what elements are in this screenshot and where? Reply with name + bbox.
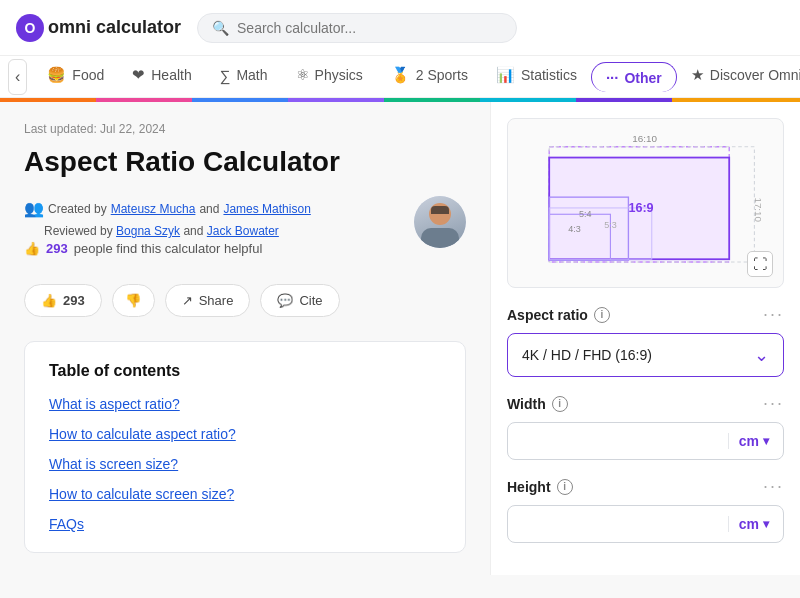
toc-item-0[interactable]: What is aspect ratio? bbox=[49, 396, 441, 412]
tab-physics[interactable]: ⚛ Physics bbox=[282, 56, 377, 97]
like-icon: 👍 bbox=[41, 293, 57, 308]
svg-text:16:10: 16:10 bbox=[632, 135, 657, 144]
math-icon: ∑ bbox=[220, 67, 231, 84]
main-content: Last updated: Jul 22, 2024 Aspect Ratio … bbox=[0, 102, 800, 575]
height-label: Height i bbox=[507, 479, 573, 495]
width-field: Width i ··· cm ▾ bbox=[507, 393, 784, 460]
aspect-ratio-select[interactable]: 4K / HD / FHD (16:9) ⌄ bbox=[507, 333, 784, 377]
and2: and bbox=[183, 224, 203, 238]
tab-food[interactable]: 🍔 Food bbox=[33, 56, 118, 97]
height-unit-label: cm bbox=[739, 516, 759, 532]
sports-icon: 🏅 bbox=[391, 66, 410, 84]
author2-link[interactable]: James Mathison bbox=[223, 200, 310, 219]
logo-icon: O bbox=[16, 14, 44, 42]
width-unit-select[interactable]: cm ▾ bbox=[728, 433, 769, 449]
tab-discover-label: Discover Omni bbox=[710, 67, 800, 83]
helpful-text: people find this calculator helpful bbox=[74, 241, 263, 256]
tab-health-label: Health bbox=[151, 67, 191, 83]
food-icon: 🍔 bbox=[47, 66, 66, 84]
authors-icon: 👥 bbox=[24, 196, 44, 222]
height-unit-select[interactable]: cm ▾ bbox=[728, 516, 769, 532]
tab-food-label: Food bbox=[72, 67, 104, 83]
height-unit-arrow: ▾ bbox=[763, 517, 769, 531]
share-button[interactable]: ↗ Share bbox=[165, 284, 251, 317]
svg-text:5:3: 5:3 bbox=[604, 220, 617, 230]
toc-item-3[interactable]: How to calculate screen size? bbox=[49, 486, 441, 502]
helpful-count: 293 bbox=[46, 241, 68, 256]
and1: and bbox=[199, 200, 219, 219]
width-more[interactable]: ··· bbox=[763, 393, 784, 414]
thumbsup-icon: 👍 bbox=[24, 241, 40, 256]
author1-link[interactable]: Mateusz Mucha bbox=[111, 200, 196, 219]
tab-discover[interactable]: ★ Discover Omni bbox=[677, 56, 800, 97]
logo-text: omni calculator bbox=[48, 17, 181, 38]
height-more[interactable]: ··· bbox=[763, 476, 784, 497]
header: O omni calculator 🔍 bbox=[0, 0, 800, 56]
svg-text:4:3: 4:3 bbox=[568, 224, 581, 234]
avatar bbox=[414, 196, 466, 248]
last-updated: Last updated: Jul 22, 2024 bbox=[24, 122, 466, 136]
other-icon: ··· bbox=[606, 69, 619, 86]
aspect-ratio-label: Aspect ratio i bbox=[507, 307, 610, 323]
svg-text:16:9: 16:9 bbox=[628, 201, 653, 215]
aspect-ratio-value: 4K / HD / FHD (16:9) bbox=[522, 347, 652, 363]
tab-math[interactable]: ∑ Math bbox=[206, 57, 282, 97]
nav-back-button[interactable]: ‹ bbox=[8, 59, 27, 95]
toc-title: Table of contents bbox=[49, 362, 441, 380]
cite-icon: 💬 bbox=[277, 293, 293, 308]
tab-sports[interactable]: 🏅 2 Sports bbox=[377, 56, 482, 97]
created-by-label: Created by bbox=[48, 200, 107, 219]
search-input[interactable] bbox=[237, 20, 502, 36]
svg-text:5:4: 5:4 bbox=[579, 209, 592, 219]
select-arrow-icon: ⌄ bbox=[754, 344, 769, 366]
health-icon: ❤ bbox=[132, 66, 145, 84]
height-header: Height i ··· bbox=[507, 476, 784, 497]
toc-item-4[interactable]: FAQs bbox=[49, 516, 441, 532]
fullscreen-button[interactable]: ⛶ bbox=[747, 251, 773, 277]
like-button[interactable]: 👍 293 bbox=[24, 284, 102, 317]
tab-other[interactable]: ··· Other bbox=[591, 62, 677, 92]
statistics-icon: 📊 bbox=[496, 66, 515, 84]
author4-link[interactable]: Jack Bowater bbox=[207, 224, 279, 238]
height-info-icon[interactable]: i bbox=[557, 479, 573, 495]
physics-icon: ⚛ bbox=[296, 66, 309, 84]
height-input-row: cm ▾ bbox=[507, 505, 784, 543]
tab-physics-label: Physics bbox=[315, 67, 363, 83]
toc-item-1[interactable]: How to calculate aspect ratio? bbox=[49, 426, 441, 442]
tab-other-label: Other bbox=[624, 70, 661, 86]
dislike-button[interactable]: 👎 bbox=[112, 284, 155, 317]
search-bar[interactable]: 🔍 bbox=[197, 13, 517, 43]
right-panel: 16:10 17:10 16:9 5:4 4:3 5:3 ⛶ Aspect ra… bbox=[490, 102, 800, 575]
width-unit-arrow: ▾ bbox=[763, 434, 769, 448]
ratio-svg: 16:10 17:10 16:9 5:4 4:3 5:3 bbox=[524, 135, 767, 271]
action-buttons: 👍 293 👎 ↗ Share 💬 Cite bbox=[24, 284, 466, 317]
author3-link[interactable]: Bogna Szyk bbox=[116, 224, 180, 238]
tab-health[interactable]: ❤ Health bbox=[118, 56, 205, 97]
tab-sports-label: 2 Sports bbox=[416, 67, 468, 83]
tab-math-label: Math bbox=[236, 67, 267, 83]
dislike-icon: 👎 bbox=[125, 293, 142, 308]
left-content: Last updated: Jul 22, 2024 Aspect Ratio … bbox=[0, 102, 490, 575]
tab-statistics-label: Statistics bbox=[521, 67, 577, 83]
helpful-row: 👍 293 people find this calculator helpfu… bbox=[24, 241, 402, 256]
aspect-ratio-info-icon[interactable]: i bbox=[594, 307, 610, 323]
authors-text: 👥 Created by Mateusz Mucha and James Mat… bbox=[24, 196, 402, 241]
cite-button[interactable]: 💬 Cite bbox=[260, 284, 339, 317]
reviewed-by-label: Reviewed by bbox=[44, 224, 113, 238]
svg-text:17:10: 17:10 bbox=[753, 197, 764, 222]
table-of-contents: Table of contents What is aspect ratio? … bbox=[24, 341, 466, 553]
aspect-ratio-field: Aspect ratio i ··· 4K / HD / FHD (16:9) … bbox=[507, 304, 784, 377]
width-info-icon[interactable]: i bbox=[552, 396, 568, 412]
tab-statistics[interactable]: 📊 Statistics bbox=[482, 56, 591, 97]
nav-tabs: ‹ 🍔 Food ❤ Health ∑ Math ⚛ Physics 🏅 2 S… bbox=[0, 56, 800, 98]
discover-icon: ★ bbox=[691, 66, 704, 84]
fullscreen-icon: ⛶ bbox=[753, 256, 767, 272]
toc-item-2[interactable]: What is screen size? bbox=[49, 456, 441, 472]
share-label: Share bbox=[199, 293, 234, 308]
authors-section: 👥 Created by Mateusz Mucha and James Mat… bbox=[24, 196, 466, 272]
logo[interactable]: O omni calculator bbox=[16, 14, 181, 42]
like-count: 293 bbox=[63, 293, 85, 308]
share-icon: ↗ bbox=[182, 293, 193, 308]
aspect-ratio-more[interactable]: ··· bbox=[763, 304, 784, 325]
width-input-row: cm ▾ bbox=[507, 422, 784, 460]
